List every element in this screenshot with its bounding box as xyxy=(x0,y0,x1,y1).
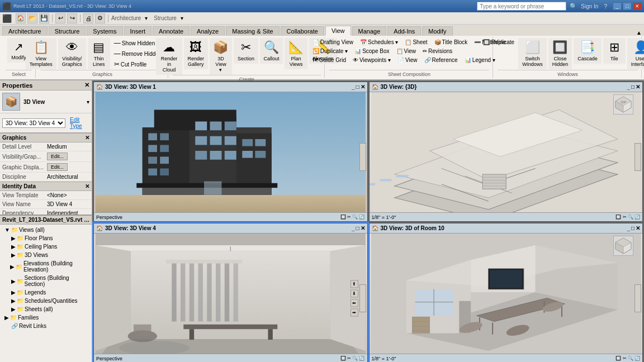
vp3-ctrl-1[interactable]: ⬆ xyxy=(351,280,358,288)
visibility-graphics-button[interactable]: 👁 Visibility/Graphics xyxy=(58,38,86,69)
identity-section-header[interactable]: Identity Data ✕ xyxy=(0,182,92,191)
view-selector[interactable]: 3D View: 3D View 4 xyxy=(2,118,65,128)
tree-item-floor-plans[interactable]: ▶ 📁 Floor Plans xyxy=(1,234,91,242)
guide-grid-button[interactable]: 🗺 Guide Grid xyxy=(310,56,348,64)
callout-button[interactable]: 🔍 Callout xyxy=(260,38,283,64)
vp4-close-btn[interactable]: ✕ xyxy=(636,225,640,231)
vp4-min-btn[interactable]: _ xyxy=(627,225,630,231)
undo-button[interactable]: ↩ xyxy=(55,13,65,23)
tab-insert[interactable]: Insert xyxy=(124,26,152,36)
tab-structure[interactable]: Structure xyxy=(49,26,86,36)
view-button[interactable]: 📋 View xyxy=(394,47,419,55)
thin-lines-button[interactable]: ▤ ThinLines xyxy=(88,38,110,69)
vp3-max-btn[interactable]: □ xyxy=(356,225,359,231)
render-cloud-button[interactable]: ☁ Renderin Cloud xyxy=(156,38,182,75)
vp3-close-btn[interactable]: ✕ xyxy=(361,225,365,231)
title-block-button[interactable]: 📦 Title Block xyxy=(432,38,470,46)
vp3-min-btn[interactable]: _ xyxy=(352,225,355,231)
vp4-nav-cube[interactable] xyxy=(613,236,633,256)
schedules-button[interactable]: 📅 Schedules ▾ xyxy=(358,38,400,46)
tree-item-3d-views[interactable]: ▶ 📁 3D Views xyxy=(1,251,91,259)
help-button[interactable]: ? xyxy=(604,3,607,9)
vp2-close-btn[interactable]: ✕ xyxy=(636,84,640,90)
vp2-min-btn[interactable]: _ xyxy=(627,84,630,90)
settings-button[interactable]: ⚙ xyxy=(95,13,105,23)
render-gallery-button[interactable]: 🖼 RenderGallery xyxy=(184,38,208,69)
redo-button[interactable]: ↪ xyxy=(67,13,77,23)
duplicate-button[interactable]: 🔁 Duplicate ▾ xyxy=(310,47,350,55)
tab-systems[interactable]: Systems xyxy=(87,26,122,36)
app-menu-icon[interactable]: ⬛ xyxy=(2,14,12,23)
tab-analyze[interactable]: Analyze xyxy=(191,26,225,36)
maximize-button[interactable]: □ xyxy=(623,2,632,10)
vp3-canvas[interactable]: ⬆ ⬇ ⬅ ➡ xyxy=(94,234,367,362)
cascade-button[interactable]: 📑 Cascade xyxy=(574,38,602,64)
vp3-ctrl-3[interactable]: ⬅ xyxy=(351,299,358,307)
tree-item-sections[interactable]: ▶ 📁 Sections (Building Section) xyxy=(1,274,91,288)
scope-box-button[interactable]: 📊 Scope Box xyxy=(352,47,391,55)
tab-architecture[interactable]: Architecture xyxy=(2,26,48,36)
vp2-canvas[interactable]: TOP xyxy=(370,92,643,221)
close-button[interactable]: ✕ xyxy=(633,2,642,10)
tree-item-schedules[interactable]: ▶ 📁 Schedules/Quantities xyxy=(1,297,91,305)
vp1-scrollbar[interactable] xyxy=(359,143,366,171)
tree-item-families[interactable]: ▶ 📁 Families xyxy=(1,313,91,322)
tab-view[interactable]: View xyxy=(325,26,351,36)
viewport-3d-view-3d[interactable]: 🏠 3D View: {3D} _ □ ✕ xyxy=(369,82,643,222)
tab-modify[interactable]: Modify xyxy=(422,26,452,36)
vp2-nav-cube[interactable]: TOP xyxy=(613,94,633,115)
sign-in-button[interactable]: Sign In xyxy=(581,3,598,9)
drafting-view-button[interactable]: 📄 Drafting View xyxy=(310,38,356,46)
save-button[interactable]: 💾 xyxy=(39,13,49,23)
view-ref-button[interactable]: 📄 View xyxy=(395,56,420,64)
graphic-display-button[interactable]: Edit... xyxy=(47,163,68,171)
tree-item-revit-links[interactable]: 🔗 Revit Links xyxy=(1,322,91,330)
vp1-canvas[interactable] xyxy=(94,92,367,221)
vp1-min-btn[interactable]: _ xyxy=(352,84,355,90)
tab-addins[interactable]: Add-Ins xyxy=(387,26,421,36)
viewpoints-button[interactable]: 👁 Viewpoints ▾ xyxy=(351,56,393,64)
minimize-button[interactable]: _ xyxy=(613,2,622,10)
revisions-button[interactable]: ✏ Revisions xyxy=(420,47,454,55)
vp2-scrollbar[interactable] xyxy=(634,143,641,171)
tile-button[interactable]: ⊞ Tile xyxy=(603,38,626,64)
vp4-max-btn[interactable]: □ xyxy=(631,225,634,231)
viewport-3d-view-1[interactable]: 🏠 3D View: 3D View 1 _ □ ✕ xyxy=(93,82,368,222)
tree-item-views[interactable]: ▼ 📁 Views (all) xyxy=(1,226,91,234)
close-hidden-button[interactable]: 🔲 CloseHidden xyxy=(548,38,572,69)
tree-item-elevations[interactable]: ▶ 📁 Elevations (Building Elevation) xyxy=(1,259,91,274)
edit-type-link[interactable]: Edit Type xyxy=(68,116,89,130)
3d-view-button[interactable]: 📦 3DView ▾ xyxy=(210,38,233,75)
home-button[interactable]: 🏠 xyxy=(16,13,26,23)
tab-massing[interactable]: Massing & Site xyxy=(226,26,279,36)
search-icon[interactable]: 🔍 xyxy=(570,3,577,10)
vp2-max-btn[interactable]: □ xyxy=(631,84,634,90)
tab-expand[interactable]: ▲ xyxy=(634,30,644,36)
vp1-max-btn[interactable]: □ xyxy=(356,84,359,90)
reference-button[interactable]: 🔗 Reference xyxy=(422,56,460,64)
replicate-button[interactable]: 🔲 Replicate xyxy=(481,38,517,46)
tree-item-sheets[interactable]: ▶ 📁 Sheets (all) xyxy=(1,305,91,313)
section-button[interactable]: ✂ Section xyxy=(234,38,258,64)
qat-arrow[interactable]: ▾ xyxy=(145,15,148,21)
view-type-arrow[interactable]: ▾ xyxy=(87,99,89,105)
tab-collaborate[interactable]: Collaborate xyxy=(281,26,324,36)
vp1-close-btn[interactable]: ✕ xyxy=(361,84,365,90)
vp3-ctrl-2[interactable]: ⬇ xyxy=(351,289,358,297)
vp4-scrollbar[interactable] xyxy=(634,284,641,312)
visibility-edit-button[interactable]: Edit... xyxy=(47,153,68,160)
tab-annotate[interactable]: Annotate xyxy=(153,26,190,36)
search-input[interactable] xyxy=(477,2,566,11)
user-interface-button[interactable]: 👤 UserInterface xyxy=(627,38,644,69)
vp3-ctrl-4[interactable]: ➡ xyxy=(351,308,358,316)
view-templates-button[interactable]: 📋 ViewTemplates xyxy=(26,38,56,69)
vp3-scrollbar[interactable] xyxy=(359,284,366,312)
tree-item-ceiling-plans[interactable]: ▶ 📁 Ceiling Plans xyxy=(1,242,91,251)
tab-manage[interactable]: Manage xyxy=(352,26,387,36)
properties-close-icon[interactable]: ✕ xyxy=(84,82,89,89)
viewport-3d-room-10[interactable]: 🏠 3D View: 3D of Room 10 _ □ ✕ xyxy=(369,223,643,362)
switch-windows-button[interactable]: ⬜ SwitchWindows xyxy=(518,38,547,69)
tree-item-legends[interactable]: ▶ 📁 Legends xyxy=(1,288,91,297)
plan-views-button[interactable]: 📐 PlanViews xyxy=(285,38,307,69)
print-button[interactable]: 🖨 xyxy=(83,13,93,23)
